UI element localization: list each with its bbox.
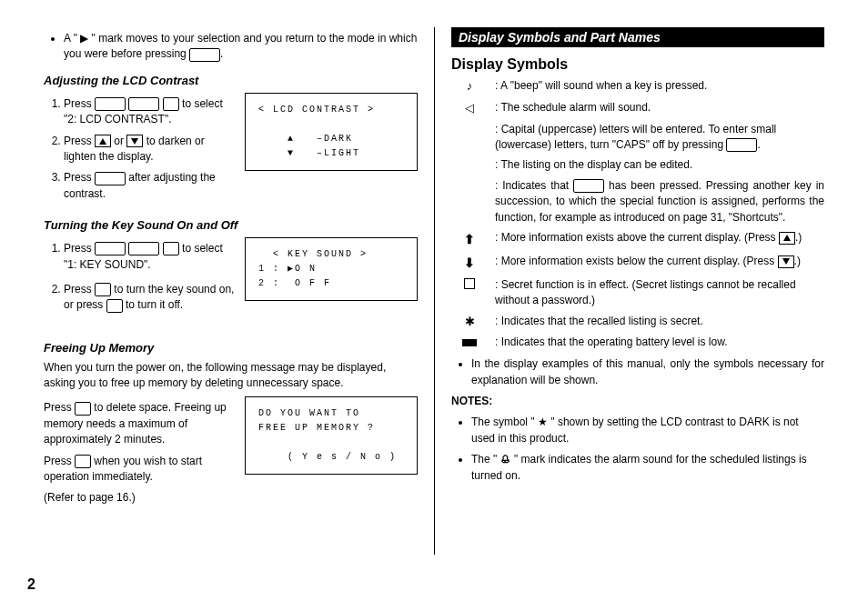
page-number: 2: [27, 576, 35, 593]
memory-block: Press to delete space. Freeing up memory…: [44, 396, 418, 511]
sym-caps-text: :Capital (uppercase) letters will be ent…: [495, 122, 824, 154]
sym-caps: :Capital (uppercase) letters will be ent…: [451, 122, 824, 154]
memory-intro: When you turn the power on, the followin…: [44, 360, 418, 392]
key-blank-small-icon: [75, 455, 91, 468]
section-bar: Display Symbols and Part Names: [451, 27, 824, 47]
text: Press: [64, 97, 95, 110]
text: Press: [64, 242, 95, 255]
sym-edit: The listing on the display can be edited…: [451, 157, 824, 173]
lcd-display-box: < LCD CONTRAST > ▲ –DARK ▼ –LIGHT: [245, 93, 418, 171]
sym-battery-text: Indicates that the operating battery lev…: [495, 335, 824, 350]
key-blank-small-icon: [163, 97, 179, 111]
text: More information exists above the curren…: [501, 231, 779, 244]
square-icon: [451, 277, 495, 295]
sym-shortcut-text: :Indicates that has been pressed. Pressi…: [495, 178, 824, 225]
keysound-ol: Press to select "1: KEY SOUND". Press to…: [44, 241, 236, 314]
text: .: [757, 138, 760, 151]
intro-bullet: A " ▶ " mark moves to your selection and…: [64, 31, 418, 63]
text: The ": [471, 453, 500, 466]
sym-alarm: ◁ The schedule alarm will sound.: [451, 100, 824, 117]
sym-alarm-text: The schedule alarm will sound.: [495, 100, 824, 115]
heading-key-sound: Turning the Key Sound On and Off: [44, 218, 418, 232]
notes-heading: NOTES:: [451, 394, 824, 409]
sym-beep: ♪ A "beep" will sound when a key is pres…: [451, 78, 824, 95]
ks-step-1: Press to select "1: KEY SOUND".: [64, 241, 236, 273]
page-columns: A " ▶ " mark moves to your selection and…: [27, 27, 841, 555]
bell-icon: 🕭: [500, 453, 511, 466]
keysound-steps: Press to select "1: KEY SOUND". Press to…: [44, 237, 236, 319]
notes-list: The symbol " ★ " shown by setting the LC…: [451, 415, 824, 484]
intro-text-1: A " ▶ " mark moves to your selection and…: [64, 32, 417, 60]
up-key-icon: [95, 135, 111, 147]
left-column: A " ▶ " mark moves to your selection and…: [27, 27, 434, 555]
arrow-up-icon: ⬆: [451, 230, 495, 249]
text: Press: [64, 135, 95, 147]
lcd-steps: Press to select "2: LCD CONTRAST". Press…: [44, 93, 236, 207]
key-blank-small-icon: [163, 242, 179, 255]
memory-text: Press to delete space. Freeing up memory…: [44, 396, 236, 511]
text: .): [794, 255, 801, 267]
memory-display-box: DO YOU WANT TO FREE UP MEMORY ? ( Y e s …: [245, 396, 418, 475]
sym-secret-text: Secret function is in effect. (Secret li…: [495, 277, 824, 309]
note-bullet-list: In the display examples of this manual, …: [451, 356, 824, 388]
heading-lcd-contrast: Adjusting the LCD Contrast: [44, 74, 418, 87]
sym-star-text: Indicates that the recalled listing is s…: [495, 314, 824, 329]
heading-memory: Freeing Up Memory: [44, 341, 418, 355]
text: Press: [64, 283, 95, 295]
battery-low-icon: [451, 335, 495, 352]
lcd-block: Press to select "2: LCD CONTRAST". Press…: [44, 93, 418, 207]
text: The symbol ": [471, 416, 538, 428]
note-bullet-1: In the display examples of this manual, …: [471, 356, 824, 388]
key-blank-small-icon: [106, 299, 123, 313]
text: Indicates that: [502, 179, 573, 192]
text: More information exists below the curren…: [501, 255, 778, 267]
key-blank-icon: [95, 242, 126, 255]
star-icon: ★: [538, 416, 548, 428]
heading-display-symbols: Display Symbols: [451, 56, 824, 73]
key-blank-icon: [726, 138, 757, 152]
key-blank-icon: [189, 48, 220, 62]
text: to turn it off.: [126, 298, 183, 311]
up-key-icon: [779, 232, 795, 245]
ks-step-2: Press to turn the key sound on, or press…: [64, 282, 236, 314]
memory-p1: Press to delete space. Freeing up memory…: [44, 400, 236, 447]
sym-more-below: ⬇ :More information exists below the cur…: [451, 254, 824, 273]
key-blank-small-icon: [75, 402, 91, 416]
lcd-step-3: Press after adjusting the contrast.: [64, 170, 236, 202]
memory-p3: (Refer to page 16.): [44, 490, 236, 506]
key-blank-icon: [95, 97, 126, 111]
sym-more-above: ⬆ :More information exists above the cur…: [451, 230, 824, 249]
intro-bullet-list: A " ▶ " mark moves to your selection and…: [44, 31, 418, 63]
text: Press: [44, 455, 75, 467]
text: " mark indicates the alarm sound for the…: [471, 453, 807, 481]
star-icon: ✱: [451, 314, 495, 331]
key-blank-small-icon: [95, 283, 111, 296]
sym-secret: Secret function is in effect. (Secret li…: [451, 277, 824, 309]
alarm-icon: ◁: [451, 100, 495, 117]
sym-edit-text: The listing on the display can be edited…: [495, 157, 824, 173]
key-blank-icon: [95, 172, 126, 185]
note-1: The symbol " ★ " shown by setting the LC…: [471, 415, 824, 446]
music-note-icon: ♪: [451, 78, 495, 95]
right-column: Display Symbols and Part Names Display S…: [434, 27, 841, 555]
sym-shortcut: :Indicates that has been pressed. Pressi…: [451, 178, 824, 225]
key-blank-icon: [573, 179, 604, 193]
intro-text-2: .: [220, 47, 223, 60]
lcd-ol: Press to select "2: LCD CONTRAST". Press…: [44, 96, 236, 202]
sym-battery: Indicates that the operating battery lev…: [451, 335, 824, 352]
sym-above-text: :More information exists above the curre…: [495, 230, 824, 245]
text: Press: [64, 171, 95, 184]
memory-p2: Press when you wish to start operation i…: [44, 454, 236, 486]
text: Press: [44, 401, 75, 414]
text: .): [795, 231, 802, 244]
lcd-step-2: Press or to darken or lighten the displa…: [64, 134, 236, 165]
down-key-icon: [126, 135, 143, 147]
lcd-step-1: Press to select "2: LCD CONTRAST".: [64, 96, 236, 128]
sym-beep-text: A "beep" will sound when a key is presse…: [495, 78, 824, 94]
text: or: [114, 135, 126, 147]
key-blank-icon: [128, 242, 159, 255]
keysound-display-box: < KEY SOUND > 1 : ▶O N 2 : O F F: [245, 237, 418, 301]
note-2: The " 🕭 " mark indicates the alarm sound…: [471, 452, 824, 484]
key-blank-icon: [128, 97, 159, 111]
arrow-down-icon: ⬇: [451, 254, 495, 273]
